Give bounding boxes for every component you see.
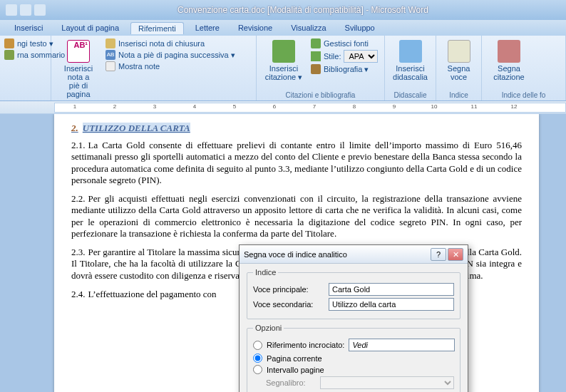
show-notes-icon [106, 61, 115, 71]
group-label [4, 98, 46, 99]
tab-inserisci[interactable]: Inserisci [7, 22, 50, 33]
mark-entry-icon [448, 40, 470, 63]
sub-entry-label: Voce secondaria: [253, 300, 324, 309]
ribbon-tabs: Inserisci Layout di pagina Riferimenti L… [0, 20, 566, 36]
indice-group: Indice Voce principale: Voce secondaria: [247, 268, 460, 319]
main-entry-input[interactable] [329, 283, 454, 296]
selected-text: UTILIZZO DELLA CARTA [83, 123, 190, 133]
nota-successiva-btn[interactable]: ABNota a piè di pagina successiva ▾ [106, 50, 235, 60]
document-area[interactable]: 2.UTILIZZO DELLA CARTA 2.1.La Carta Gold… [0, 114, 566, 392]
tab-lettere[interactable]: Lettere [188, 22, 227, 33]
segna-citazione-btn[interactable]: Segna citazione [486, 38, 532, 83]
next-note-icon: AB [106, 50, 115, 60]
quick-access-toolbar [6, 4, 46, 16]
gestisci-fonti-btn[interactable]: Gestisci fonti [311, 38, 378, 48]
paragraph: 2.2.Per gli acquisti effettuati negli es… [71, 193, 522, 239]
dialog-titlebar[interactable]: Segna voce di indice analitico ? ✕ [240, 245, 468, 264]
caption-icon [399, 40, 422, 63]
group-label: Didascalie [389, 90, 431, 99]
inserisci-nota-pie-btn[interactable]: AB¹ Inserisci nota a piè di pagina [56, 38, 101, 100]
text-icon [4, 38, 14, 48]
inserisci-citazione-btn[interactable]: Inserisci citazione ▾ [261, 38, 307, 83]
group-label: Indice [441, 90, 477, 99]
redo-icon[interactable] [34, 4, 46, 16]
window-title: Convenzione carta.doc [Modalità di compa… [46, 5, 560, 15]
opzioni-group: Opzioni Riferimento incrociato: Pagina c… [247, 324, 460, 392]
dialog-title: Segna voce di indice analitico [244, 250, 429, 259]
footnote-icon: AB¹ [67, 40, 90, 63]
mark-citation-icon [498, 40, 520, 63]
inserisci-didascalia-btn[interactable]: Inserisci didascalia [389, 38, 431, 83]
mostra-note-btn[interactable]: Mostra note [106, 61, 235, 71]
horizontal-ruler[interactable]: 123456789101112 [0, 101, 566, 114]
close-button[interactable]: ✕ [448, 248, 463, 261]
sub-entry-input[interactable] [329, 298, 454, 311]
cross-ref-radio[interactable] [253, 341, 262, 350]
group-label: Indice delle fo [486, 90, 561, 99]
save-icon[interactable] [6, 4, 17, 16]
biblio-icon [311, 64, 321, 74]
group-label: Citazioni e bibliografia [261, 90, 380, 99]
stile-select[interactable]: APA [344, 50, 378, 63]
endnote-icon [106, 38, 115, 48]
stile-selector[interactable]: Stile:APA [311, 50, 378, 63]
current-page-radio[interactable] [253, 354, 262, 363]
tab-riferimenti[interactable]: Riferimenti [130, 22, 184, 34]
tab-layout[interactable]: Layout di pagina [54, 22, 126, 33]
cross-ref-input[interactable] [349, 339, 455, 351]
bibliografia-btn[interactable]: Bibliografia ▾ [311, 64, 378, 74]
refresh-icon [4, 50, 14, 60]
section-heading: 2.UTILIZZO DELLA CARTA [71, 123, 522, 134]
title-bar: Convenzione carta.doc [Modalità di compa… [0, 0, 566, 20]
sources-icon [311, 38, 321, 48]
ribbon: ngi testo ▾ rna sommario AB¹ Inserisci n… [0, 36, 566, 101]
tab-sviluppo[interactable]: Sviluppo [338, 22, 382, 33]
style-icon [311, 51, 321, 61]
tab-revisione[interactable]: Revisione [231, 22, 279, 33]
inserisci-nota-chiusura-btn[interactable]: Inserisci nota di chiusura [106, 38, 235, 48]
citation-icon [272, 40, 295, 63]
mark-index-entry-dialog: Segna voce di indice analitico ? ✕ Indic… [239, 244, 468, 392]
main-entry-label: Voce principale: [253, 285, 324, 294]
tab-visualizza[interactable]: Visualizza [284, 22, 333, 33]
help-button[interactable]: ? [431, 248, 446, 261]
paragraph: 2.1.La Carta Gold consente di effettuare… [71, 140, 522, 186]
bookmark-select [320, 376, 454, 389]
page-range-radio[interactable] [253, 365, 262, 374]
segna-voce-btn[interactable]: Segna voce [441, 38, 477, 83]
undo-icon[interactable] [20, 4, 31, 16]
